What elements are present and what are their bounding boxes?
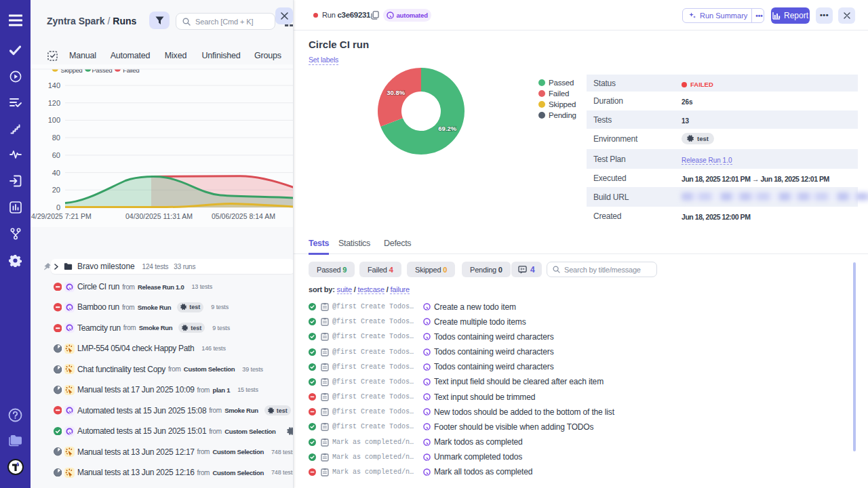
svg-text:100: 100 — [48, 116, 60, 124]
svg-text:05/06/2025 8:14 AM: 05/06/2025 8:14 AM — [212, 212, 275, 220]
svg-text:40: 40 — [52, 169, 60, 177]
svg-text:04/30/2025 11:31 AM: 04/30/2025 11:31 AM — [125, 212, 193, 220]
svg-text:80: 80 — [52, 134, 60, 142]
svg-text:30.8%: 30.8% — [387, 89, 405, 96]
svg-text:0: 0 — [56, 203, 60, 211]
svg-text:69.2%: 69.2% — [438, 125, 456, 132]
svg-text:60: 60 — [52, 151, 60, 159]
svg-text:20: 20 — [52, 186, 60, 194]
svg-text:140: 140 — [48, 81, 60, 89]
svg-text:4/29/2025 7:21 PM: 4/29/2025 7:21 PM — [31, 212, 92, 220]
svg-text:120: 120 — [48, 99, 60, 107]
